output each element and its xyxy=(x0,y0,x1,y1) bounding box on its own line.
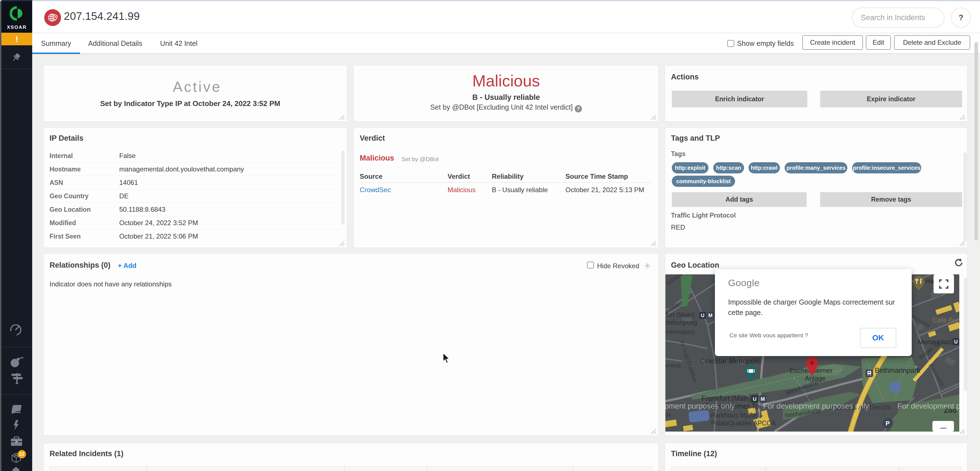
svg-text:U: U xyxy=(701,313,705,318)
svg-text:For development p: For development p xyxy=(897,402,959,410)
svg-text:PalaisQuartier APCOA: PalaisQuartier APCOA xyxy=(711,420,776,427)
svg-text:M: M xyxy=(708,313,713,318)
svg-text:CineStar Metropolis: CineStar Metropolis xyxy=(700,357,761,365)
svg-text:furt (Main): furt (Main) xyxy=(665,311,695,319)
svg-text:For development purposes only: For development purposes only xyxy=(763,402,869,410)
svg-text:U: U xyxy=(954,339,958,344)
svg-text:U: U xyxy=(753,396,757,402)
svg-text:erweg: erweg xyxy=(665,362,681,368)
svg-text:P: P xyxy=(886,420,890,427)
svg-text:M: M xyxy=(761,396,765,402)
svg-text:Café Buu: Café Buu xyxy=(932,316,959,324)
svg-text:Parkhaus MyZeil -: Parkhaus MyZeil - xyxy=(711,412,763,419)
svg-text:Ha: Ha xyxy=(926,277,934,285)
svg-text:pment purposes only: pment purposes only xyxy=(665,402,735,410)
svg-text:Frankfurt (Main): Frankfurt (Main) xyxy=(702,394,751,402)
svg-text:ße: ße xyxy=(665,412,671,417)
svg-text:Bethmannpark: Bethmannpark xyxy=(875,366,920,374)
svg-text:Ineburgweg: Ineburgweg xyxy=(665,329,695,335)
svg-text:neburgweg: neburgweg xyxy=(665,319,697,326)
